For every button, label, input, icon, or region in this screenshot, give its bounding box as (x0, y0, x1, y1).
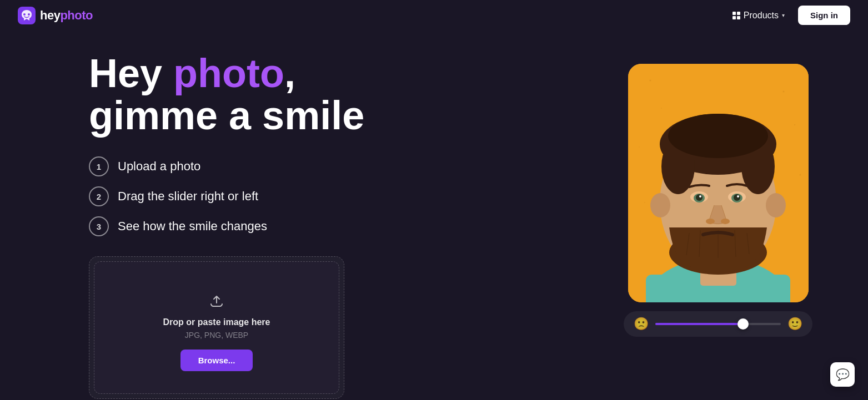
svg-point-9 (799, 174, 801, 176)
steps-list: 1 Upload a photo 2 Drag the slider right… (89, 156, 364, 236)
svg-point-19 (650, 193, 670, 217)
svg-point-30 (721, 219, 730, 224)
step-2: 2 Drag the slider right or left (89, 186, 364, 206)
svg-point-29 (706, 219, 715, 224)
svg-point-20 (766, 193, 786, 217)
step-2-number: 2 (89, 186, 109, 206)
step-1: 1 Upload a photo (89, 156, 364, 176)
nav-right: Products ▾ Sign in (726, 6, 850, 25)
svg-point-7 (794, 124, 795, 125)
navbar: heyphoto Products ▾ Sign in (0, 0, 868, 31)
svg-point-5 (782, 91, 784, 93)
logo-icon (18, 7, 36, 24)
svg-point-6 (661, 108, 662, 109)
photo-preview (628, 64, 809, 302)
step-1-text: Upload a photo (118, 159, 200, 174)
smile-slider-row: 🙁 🙂 (624, 311, 812, 337)
right-panel: 🙁 🙂 (624, 64, 812, 337)
logo[interactable]: heyphoto (18, 7, 93, 24)
main-content: Hey photo, gimme a smile 1 Upload a phot… (0, 31, 868, 400)
happy-emoji: 🙂 (787, 317, 802, 331)
left-panel: Hey photo, gimme a smile 1 Upload a phot… (89, 53, 364, 399)
signin-button[interactable]: Sign in (798, 6, 850, 25)
svg-point-27 (699, 195, 701, 198)
step-1-number: 1 (89, 156, 109, 176)
step-3-number: 3 (89, 216, 109, 236)
drop-subtitle: JPG, PNG, WEBP (185, 331, 248, 340)
browse-button[interactable]: Browse... (180, 350, 253, 371)
sad-emoji: 🙁 (634, 317, 649, 331)
svg-point-26 (734, 194, 740, 201)
svg-point-25 (696, 194, 703, 201)
slider-fill (655, 323, 743, 325)
products-label: Products (744, 11, 779, 21)
svg-point-18 (668, 114, 768, 158)
step-2-text: Drag the slider right or left (118, 189, 258, 204)
step-3-text: See how the smile changes (118, 219, 267, 234)
slider-track[interactable] (655, 323, 781, 325)
svg-point-10 (644, 202, 645, 203)
headline: Hey photo, gimme a smile (89, 53, 364, 136)
logo-text: heyphoto (40, 8, 93, 23)
svg-point-8 (639, 146, 640, 148)
dropzone[interactable]: Drop or paste image here JPG, PNG, WEBP … (94, 261, 339, 394)
chevron-down-icon: ▾ (782, 12, 785, 18)
grid-icon (732, 12, 740, 19)
svg-point-28 (737, 195, 739, 198)
svg-point-1 (23, 13, 26, 16)
chat-icon: 💬 (836, 368, 850, 381)
photo-svg (628, 64, 809, 302)
chat-fab[interactable]: 💬 (830, 362, 855, 387)
drop-title: Drop or paste image here (163, 317, 270, 327)
slider-thumb[interactable] (737, 318, 749, 330)
svg-point-4 (649, 80, 651, 82)
dropzone-wrapper: Drop or paste image here JPG, PNG, WEBP … (89, 256, 344, 399)
svg-point-2 (28, 13, 30, 16)
step-3: 3 See how the smile changes (89, 216, 364, 236)
upload-icon (207, 290, 227, 310)
products-button[interactable]: Products ▾ (726, 6, 791, 25)
